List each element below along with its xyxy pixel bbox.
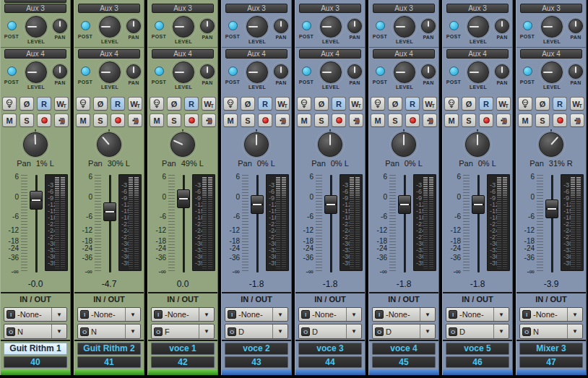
aux3-post-button[interactable]: [449, 21, 459, 30]
aux4-pan-knob[interactable]: [495, 64, 509, 79]
routing-button[interactable]: [76, 97, 90, 111]
envelope-write-button[interactable]: WT: [496, 97, 511, 111]
aux4-level-knob[interactable]: [25, 61, 47, 83]
aux3-post-button[interactable]: [523, 21, 532, 30]
envelope-read-button[interactable]: R: [111, 97, 125, 111]
chevron-down-icon[interactable]: ▼: [51, 308, 66, 322]
phase-button[interactable]: Ø: [93, 97, 108, 111]
chevron-down-icon[interactable]: ▼: [567, 308, 582, 322]
fader-track[interactable]: [477, 175, 480, 272]
track-number[interactable]: 44: [298, 356, 362, 368]
aux3-post-button[interactable]: [81, 21, 90, 30]
mute-button[interactable]: M: [297, 113, 311, 127]
aux3-pan-knob[interactable]: [495, 19, 509, 33]
monitor-button[interactable]: •))): [423, 113, 437, 127]
aux3-post-button[interactable]: [155, 21, 164, 30]
aux4-pan-knob[interactable]: [200, 64, 215, 79]
track-number[interactable]: 43: [225, 356, 288, 368]
aux4-pan-knob[interactable]: [274, 64, 288, 79]
aux3-pan-knob[interactable]: [274, 19, 288, 33]
aux4-send-button[interactable]: Aux 4: [4, 49, 66, 59]
mute-button[interactable]: M: [371, 113, 385, 127]
phase-button[interactable]: Ø: [241, 97, 255, 111]
envelope-read-button[interactable]: R: [37, 97, 51, 111]
monitor-button[interactable]: •))): [54, 113, 69, 127]
routing-button[interactable]: [223, 97, 238, 111]
aux3-level-knob[interactable]: [99, 16, 121, 38]
track-name[interactable]: voce 3: [298, 343, 362, 355]
chevron-down-icon[interactable]: ▼: [51, 325, 66, 338]
volume-db-value[interactable]: -4.7: [74, 275, 144, 291]
chevron-down-icon[interactable]: ▼: [199, 325, 214, 338]
phase-button[interactable]: Ø: [462, 97, 476, 111]
track-number[interactable]: 46: [446, 356, 509, 368]
routing-button[interactable]: [297, 97, 311, 111]
envelope-write-button[interactable]: WT: [570, 97, 584, 111]
record-arm-button[interactable]: [184, 113, 199, 127]
fader-handle[interactable]: [103, 202, 116, 221]
aux3-post-button[interactable]: [7, 21, 17, 30]
pan-knob[interactable]: [392, 132, 416, 157]
envelope-read-button[interactable]: R: [479, 97, 493, 111]
aux3-send-button[interactable]: Aux 3: [152, 4, 214, 13]
envelope-read-button[interactable]: R: [258, 97, 272, 111]
envelope-write-button[interactable]: WT: [128, 97, 142, 111]
aux4-send-button[interactable]: Aux 4: [520, 49, 582, 59]
phase-button[interactable]: Ø: [535, 97, 550, 111]
aux4-level-knob[interactable]: [394, 61, 415, 83]
fader-track[interactable]: [404, 175, 406, 272]
track-number[interactable]: 42: [151, 356, 215, 368]
fader-handle[interactable]: [398, 195, 411, 214]
aux4-send-button[interactable]: Aux 4: [225, 49, 287, 59]
chevron-down-icon[interactable]: ▼: [420, 325, 435, 338]
aux3-post-button[interactable]: [302, 21, 311, 30]
chevron-down-icon[interactable]: ▼: [346, 308, 361, 322]
aux3-send-button[interactable]: Aux 3: [299, 4, 361, 13]
vu-meter[interactable]: -3-6-9-12-15-18-21-24-27-30-33-36-39: [266, 174, 289, 271]
output-dropdown[interactable]: O D ▼: [298, 324, 362, 339]
phase-button[interactable]: Ø: [388, 97, 402, 111]
volume-db-value[interactable]: -1.8: [443, 275, 512, 291]
aux3-send-button[interactable]: Aux 3: [4, 4, 66, 13]
track-name[interactable]: voce 4: [372, 343, 436, 355]
record-arm-button[interactable]: [111, 113, 125, 127]
aux4-post-button[interactable]: [376, 66, 385, 76]
aux4-pan-knob[interactable]: [126, 64, 141, 79]
fader-handle[interactable]: [30, 191, 43, 210]
routing-button[interactable]: [2, 97, 17, 111]
mute-button[interactable]: M: [2, 113, 17, 127]
input-dropdown[interactable]: I -None- ▼: [298, 307, 362, 322]
input-dropdown[interactable]: I -None- ▼: [151, 307, 215, 322]
aux4-pan-knob[interactable]: [347, 64, 362, 79]
fader-handle[interactable]: [472, 195, 485, 214]
mute-button[interactable]: M: [76, 113, 90, 127]
vu-meter[interactable]: -3-6-9-12-15-18-21-24-27-30-33-36-39: [340, 174, 363, 271]
record-arm-button[interactable]: [405, 113, 420, 127]
pan-knob[interactable]: [318, 132, 342, 157]
output-dropdown[interactable]: O N ▼: [4, 324, 67, 339]
record-arm-button[interactable]: [479, 113, 493, 127]
output-dropdown[interactable]: O F ▼: [151, 324, 215, 339]
aux3-send-button[interactable]: Aux 3: [373, 4, 435, 13]
track-name[interactable]: voce 5: [446, 343, 509, 355]
aux4-send-button[interactable]: Aux 4: [299, 49, 361, 59]
aux3-send-button[interactable]: Aux 3: [78, 4, 140, 13]
envelope-read-button[interactable]: R: [184, 97, 199, 111]
output-dropdown[interactable]: O D ▼: [446, 324, 509, 339]
aux4-post-button[interactable]: [302, 66, 311, 76]
aux4-level-knob[interactable]: [467, 61, 489, 83]
envelope-read-button[interactable]: R: [405, 97, 420, 111]
chevron-down-icon[interactable]: ▼: [346, 325, 361, 338]
aux3-pan-knob[interactable]: [421, 19, 436, 33]
solo-button[interactable]: S: [462, 113, 476, 127]
volume-db-value[interactable]: -3.9: [516, 275, 586, 291]
output-dropdown[interactable]: O N ▼: [77, 324, 141, 339]
envelope-read-button[interactable]: R: [553, 97, 567, 111]
output-dropdown[interactable]: O D ▼: [372, 324, 436, 339]
aux3-level-knob[interactable]: [394, 16, 415, 38]
aux4-post-button[interactable]: [7, 66, 17, 76]
record-arm-button[interactable]: [332, 113, 346, 127]
input-dropdown[interactable]: I -None- ▼: [519, 307, 583, 322]
chevron-down-icon[interactable]: ▼: [420, 308, 435, 322]
aux3-pan-knob[interactable]: [568, 19, 583, 33]
